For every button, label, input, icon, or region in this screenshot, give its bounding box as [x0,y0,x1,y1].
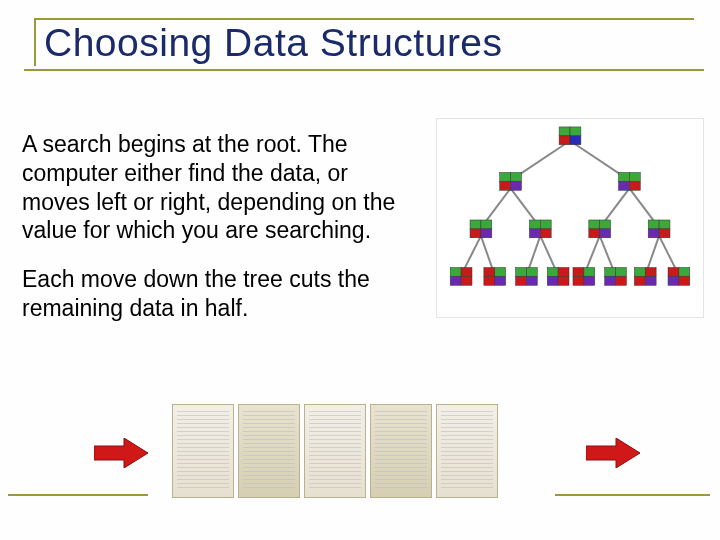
svg-rect-28 [470,229,481,238]
document-thumb [436,404,498,498]
svg-rect-69 [645,276,656,285]
title-tick [34,20,36,66]
svg-rect-32 [529,229,540,238]
svg-rect-61 [584,276,595,285]
svg-rect-17 [570,136,581,145]
svg-rect-59 [584,268,595,277]
svg-rect-44 [450,276,461,285]
right-arrow-icon [94,438,148,468]
title-block: Choosing Data Structures [0,0,720,71]
svg-rect-68 [634,276,645,285]
svg-rect-67 [645,268,656,277]
svg-rect-43 [461,268,472,277]
svg-rect-18 [500,172,511,181]
page-title: Choosing Data Structures [24,22,720,65]
binary-tree-diagram [436,118,704,318]
footer-rule-left [8,494,148,496]
svg-rect-63 [616,268,627,277]
svg-rect-19 [511,172,522,181]
svg-rect-52 [516,276,527,285]
svg-rect-57 [558,276,569,285]
svg-rect-70 [668,268,679,277]
svg-rect-56 [547,276,558,285]
document-thumb [172,404,234,498]
svg-rect-47 [495,268,506,277]
document-thumb [370,404,432,498]
title-rule-bottom [24,69,704,71]
footer-rule-right [555,494,710,496]
svg-rect-38 [648,220,659,229]
document-thumb [238,404,300,498]
document-thumb [304,404,366,498]
right-arrow-icon [586,438,640,468]
svg-rect-24 [619,181,630,190]
svg-rect-46 [484,268,495,277]
svg-rect-42 [450,268,461,277]
svg-rect-31 [540,220,551,229]
svg-rect-29 [481,229,492,238]
svg-rect-45 [461,276,472,285]
svg-rect-20 [500,181,511,190]
svg-rect-72 [668,276,679,285]
svg-rect-37 [600,229,611,238]
svg-rect-27 [481,220,492,229]
svg-rect-33 [540,229,551,238]
svg-rect-39 [659,220,670,229]
svg-rect-54 [547,268,558,277]
svg-rect-50 [516,268,527,277]
svg-rect-21 [511,181,522,190]
svg-rect-23 [629,172,640,181]
svg-rect-58 [573,268,584,277]
svg-rect-64 [605,276,616,285]
svg-rect-35 [600,220,611,229]
svg-rect-73 [679,276,690,285]
paragraph-1: A search begins at the root. The compute… [22,130,422,245]
svg-rect-60 [573,276,584,285]
svg-rect-55 [558,268,569,277]
svg-rect-14 [559,127,570,136]
body-text: A search begins at the root. The compute… [22,130,422,323]
svg-rect-26 [470,220,481,229]
svg-rect-36 [589,229,600,238]
svg-marker-75 [586,438,640,468]
svg-rect-30 [529,220,540,229]
svg-rect-41 [659,229,670,238]
svg-rect-40 [648,229,659,238]
svg-rect-16 [559,136,570,145]
svg-rect-66 [634,268,645,277]
svg-rect-49 [495,276,506,285]
svg-rect-15 [570,127,581,136]
svg-rect-48 [484,276,495,285]
svg-rect-71 [679,268,690,277]
svg-marker-74 [94,438,148,468]
svg-rect-65 [616,276,627,285]
svg-rect-34 [589,220,600,229]
svg-rect-51 [526,268,537,277]
svg-rect-22 [619,172,630,181]
paragraph-2: Each move down the tree cuts the remaini… [22,265,422,323]
svg-rect-25 [629,181,640,190]
svg-rect-62 [605,268,616,277]
title-rule-top [34,18,694,20]
document-thumbnails [172,404,498,498]
svg-rect-53 [526,276,537,285]
